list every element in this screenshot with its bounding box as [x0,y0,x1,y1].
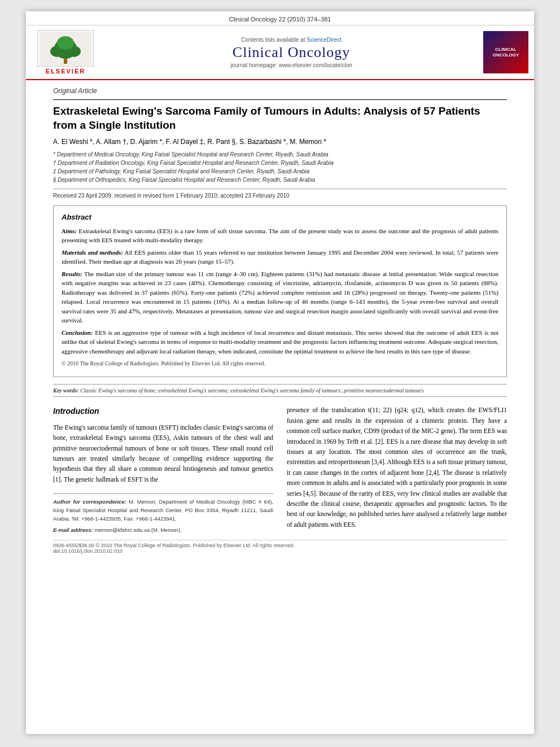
left-column: Introduction The Ewing's sarcoma family … [53,405,273,534]
title-divider [53,99,507,100]
materials-text: All EES patients older than 15 years ref… [62,249,498,265]
keywords-text: Classic Ewing's sarcoma of bone; extrask… [80,387,423,394]
copyright-line: © 2010 The Royal College of Radiologists… [62,359,498,368]
abstract-results: Results: The median size of the primary … [62,269,498,325]
journal-cover-icon: CLINICALONCOLOGY [483,31,528,73]
body-two-column: Introduction The Ewing's sarcoma family … [53,405,507,534]
sciencedirect-anchor[interactable]: ScienceDirect [307,37,342,43]
received-line: Received 23 April 2009; received in revi… [53,189,507,199]
journal-banner: ELSEVIER Contents lists available at Sci… [26,25,534,80]
intro-paragraph-2: presence of the translocation t(11; 22) … [287,405,507,530]
page: Clinical Oncology 22 (2010) 374–381 [26,11,534,734]
authors-line: A. El Weshi *, A. Allam †, D. Ajarim *, … [53,138,507,146]
abstract-materials: Materials and methods: All EES patients … [62,248,498,267]
results-text: The median size of the primary tumour wa… [62,270,498,324]
aims-label: Aims: [62,228,77,234]
affiliation-1: * Department of Medical Oncology, King F… [53,150,507,159]
intro-paragraph-1: The Ewing's sarcoma family of tumours (E… [53,422,273,484]
elsevier-label: ELSEVIER [46,68,85,75]
affiliations: * Department of Medical Oncology, King F… [53,150,507,184]
article-type: Original Article [53,87,507,95]
materials-label: Materials and methods: [62,249,123,256]
article-title: Extraskeletal Ewing's Sarcoma Family of … [53,104,507,132]
article-content: Original Article Extraskeletal Ewing's S… [26,80,534,561]
footer-issn: 0936-6555/$36.00 © 2010 The Royal Colleg… [53,543,507,548]
sciencedirect-link[interactable]: Contents lists available at ScienceDirec… [105,37,478,43]
footnote-author-label: Author for correspondence: [53,499,126,505]
footer: 0936-6555/$36.00 © 2010 The Royal Colleg… [53,540,507,554]
journal-homepage: journal homepage: www.elsevier.com/locat… [105,62,478,68]
footnote-email-text: memon@kfshrc.edu.sa (M. Memon). [94,527,181,533]
footnote-area: Author for correspondence: M. Memon, Dep… [53,493,273,534]
journal-title-area: Contents lists available at ScienceDirec… [105,37,478,68]
abstract-section: Abstract Aims: Extraskeletal Ewing's sar… [53,206,507,377]
svg-point-6 [64,58,67,62]
results-label: Results: [62,270,82,277]
journal-title: Clinical Oncology [105,44,478,61]
right-column: presence of the translocation t(11; 22) … [287,405,507,534]
journal-citation: Clinical Oncology 22 (2010) 374–381 [229,16,331,23]
footnote-email-label: E-mail address: [53,527,93,533]
footnote-author: Author for correspondence: M. Memon, Dep… [53,497,273,523]
conclusion-text: EES is an aggressive type of tumour with… [62,329,498,355]
conclusion-label: Conclusion: [62,329,93,336]
footer-doi: doi:10.1016/j.clon.2010.02.010 [53,548,507,554]
affiliation-2: † Department of Radiation Oncology, King… [53,159,507,167]
introduction-heading: Introduction [53,405,273,417]
abstract-aims: Aims: Extraskeletal Ewing's sarcoma (EES… [62,226,498,245]
elsevier-tree-icon [37,30,94,67]
journal-header: Clinical Oncology 22 (2010) 374–381 [26,11,534,25]
journal-icon-text: CLINICALONCOLOGY [493,47,519,58]
affiliation-3: ‡ Department of Pathology, King Faisal S… [53,167,507,176]
svg-point-5 [57,36,74,50]
footnote-email: E-mail address: memon@kfshrc.edu.sa (M. … [53,526,273,534]
keywords-line: Key words: Classic Ewing's sarcoma of bo… [53,384,507,397]
publisher-logo: ELSEVIER [32,30,99,75]
aims-text: Extraskeletal Ewing's sarcoma (EES) is a… [62,228,498,244]
keywords-label: Key words: [53,387,79,394]
abstract-title: Abstract [62,212,498,223]
affiliation-4: § Department of Orthopedics, King Faisal… [53,176,507,184]
abstract-conclusion: Conclusion: EES is an aggressive type of… [62,328,498,356]
